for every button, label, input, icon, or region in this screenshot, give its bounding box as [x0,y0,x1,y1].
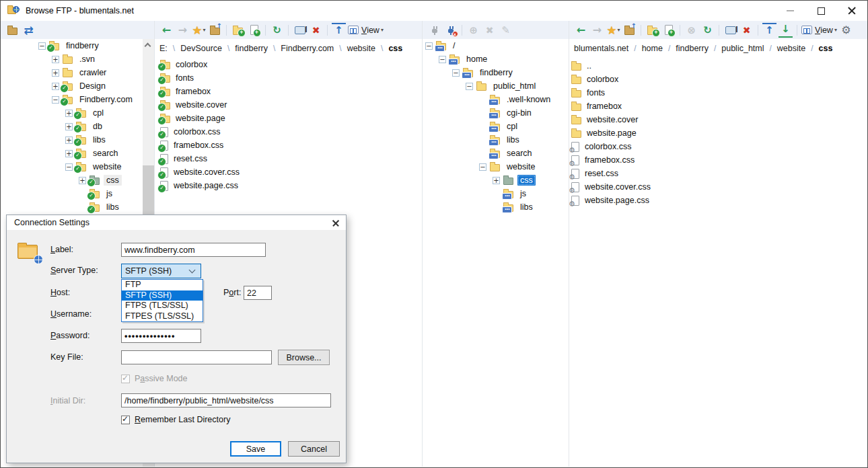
breadcrumb-segment[interactable]: DevSource [178,44,224,53]
tree-node[interactable]: − website [423,160,569,173]
minimize-button[interactable] [774,1,805,21]
breadcrumb-segment[interactable]: public_html [719,44,766,53]
back-icon[interactable]: ← [159,23,174,38]
breadcrumb-segment[interactable]: css [817,44,835,53]
file-row[interactable]: colorbox.css [160,125,422,139]
key-file-input[interactable] [121,350,272,364]
file-row[interactable]: website.cover [160,98,422,112]
view-button[interactable]: View▾ [348,23,384,38]
tree-expander[interactable]: + [493,177,500,184]
delete-icon[interactable]: ✖ [739,23,754,38]
tree-expander[interactable]: + [65,110,73,117]
folder-up-button[interactable]: ↑ [208,23,222,38]
tree-node[interactable]: libs [1,200,154,214]
tree-expander[interactable]: − [439,56,446,63]
view-button[interactable]: View▾ [801,23,837,38]
tree-node[interactable]: − public_html [423,79,569,93]
tree-expander[interactable]: + [65,136,73,144]
close-button[interactable] [836,1,867,21]
back-icon[interactable]: ← [574,23,588,38]
new-file-button[interactable] [247,23,261,38]
tree-expander[interactable]: + [52,83,59,90]
file-row[interactable]: framebox.css [160,139,422,152]
password-input[interactable] [121,329,201,343]
sync-browse-icon[interactable]: ⇄ [22,23,36,38]
tree-node[interactable]: + css [1,173,154,187]
file-row[interactable]: website.page.css [571,194,868,207]
new-folder-button[interactable] [645,23,659,38]
file-row[interactable]: colorbox [571,73,868,86]
file-row[interactable]: framebox.css [571,153,868,167]
server-type-option[interactable]: FTPES (TLS/SSL) [122,311,203,322]
tree-expander[interactable]: − [38,42,46,50]
breadcrumb-segment[interactable]: home [640,44,665,53]
file-row[interactable]: website.cover.css [571,180,868,194]
scroll-up-icon[interactable] [145,43,151,50]
port-input[interactable] [244,286,272,300]
server-type-option[interactable]: FTPS (TLS/SSL) [122,301,203,311]
tree-node[interactable]: + css [423,173,569,187]
file-row[interactable]: framebox [160,85,422,98]
tree-node[interactable]: .well-known [423,93,569,106]
file-row[interactable]: website.cover [571,113,868,126]
tree-node[interactable]: + cpl [1,106,154,120]
download-icon[interactable]: ↓ [779,23,793,38]
forward-icon[interactable]: → [176,23,190,38]
tree-node[interactable]: − Findberry.com [1,93,154,106]
tree-node[interactable]: − website [1,160,154,173]
save-button[interactable]: Save [230,441,281,457]
tree-node[interactable]: + .svn [1,52,154,66]
tree-node[interactable]: + Design [1,79,154,93]
tree-node[interactable]: js [1,187,154,200]
file-row[interactable]: website.page [160,112,422,125]
initial-dir-input[interactable] [121,393,331,407]
breadcrumb-segment[interactable]: E: [157,44,170,53]
tree-node[interactable]: − findberry [1,39,154,52]
stop-icon[interactable]: ⊗ [684,23,698,38]
cancel-button[interactable]: Cancel [288,441,340,457]
tree-node[interactable]: + search [1,147,154,160]
tree-node[interactable]: cgi-bin [423,106,569,120]
new-file-button[interactable] [661,23,676,38]
tree-node[interactable]: + db [1,120,154,133]
local-folder-button[interactable] [5,23,20,38]
file-row[interactable]: .. [571,59,868,73]
remove-connection-icon[interactable]: ✖ [482,23,497,38]
breadcrumb-segment[interactable]: Findberry.com [279,44,336,53]
upload-icon[interactable]: ↑ [332,23,346,38]
edit-connection-icon[interactable]: ✎ [499,23,513,38]
tree-expander[interactable]: − [466,83,473,90]
disconnect-button[interactable]: x [443,23,458,38]
settings-gear-icon[interactable]: ⚙ [839,23,853,38]
tree-node[interactable]: search [423,147,569,160]
file-row[interactable]: framebox [571,100,868,113]
file-row[interactable]: website.cover.css [160,165,422,179]
tree-node[interactable]: cpl [423,120,569,133]
rename-button[interactable] [293,23,307,38]
tree-expander[interactable]: + [65,150,73,157]
file-row[interactable]: website.page.css [160,179,422,192]
browse-button[interactable]: Browse... [278,350,330,365]
delete-icon[interactable]: ✖ [309,23,323,38]
upload-icon[interactable]: ↑ [762,23,776,38]
tree-expander[interactable]: − [52,96,59,104]
remember-last-directory-checkbox[interactable] [121,416,130,424]
new-folder-button[interactable] [231,23,245,38]
dialog-close-icon[interactable] [331,219,340,228]
server-type-option[interactable]: FTP [122,280,203,290]
tree-node[interactable]: libs [423,133,569,147]
file-row[interactable]: colorbox [160,58,422,71]
favorites-button[interactable]: ★▾ [192,23,206,38]
tree-node[interactable]: − home [423,52,569,66]
label-input[interactable] [121,243,266,257]
tree-node[interactable]: + libs [1,133,154,147]
file-row[interactable]: fonts [160,71,422,85]
tree-expander[interactable]: + [79,177,86,184]
breadcrumb-segment[interactable]: css [386,44,404,53]
tree-node[interactable]: + crawler [1,66,154,79]
tree-expander[interactable]: − [479,163,486,171]
folder-up-button[interactable]: ↑ [622,23,637,38]
refresh-icon[interactable]: ↻ [270,23,284,38]
rename-button[interactable] [723,23,737,38]
add-connection-icon[interactable]: ⊕ [466,23,480,38]
